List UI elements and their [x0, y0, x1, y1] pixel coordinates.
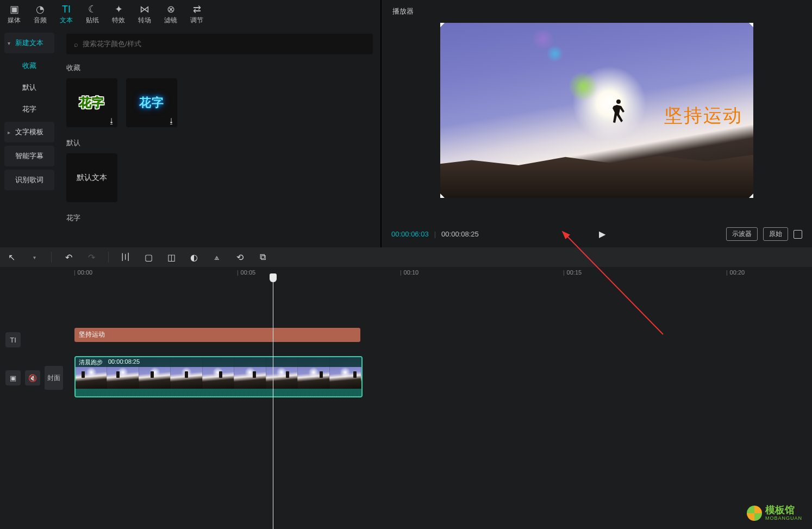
player-canvas[interactable]: 坚持运动 [390, 23, 803, 222]
timeline-toolbar: ↖ ▾ ↶ ↷ 〣 ▢ ◫ ◐ ⟁ ⟲ ⧉ [0, 247, 812, 267]
lens-flare [531, 30, 555, 48]
frame-tool[interactable]: ◫ [165, 252, 177, 263]
cursor-tool[interactable]: ↖ [5, 252, 17, 263]
watermark: 模板馆 MOBANGUAN [747, 505, 802, 521]
top-tabs: ▣媒体 ◔音频 TI文本 ☾贴纸 ✦特效 ⋈转场 ⊗滤镜 ⇄调节 [0, 0, 380, 28]
frame-handle[interactable] [748, 193, 753, 198]
playhead-handle[interactable] [270, 273, 277, 282]
split-tool[interactable]: 〣 [120, 252, 132, 263]
frame-handle[interactable] [440, 23, 445, 28]
section-favorites: 收藏 [66, 63, 373, 73]
tab-media[interactable]: ▣媒体 [8, 4, 21, 25]
playhead[interactable] [273, 279, 273, 529]
preview-runner [609, 96, 628, 131]
sticker-icon: ☾ [88, 4, 97, 14]
filter-icon: ⊗ [167, 4, 175, 14]
rotate-tool[interactable]: ⟲ [234, 252, 246, 263]
video-track: ▣ 🔇 封面 [0, 356, 812, 400]
clip-duration: 00:00:08:25 [108, 358, 140, 366]
clip-waveform [76, 389, 361, 396]
tab-adjust[interactable]: ⇄调节 [190, 4, 203, 25]
time-separator: | [434, 230, 436, 238]
mute-button[interactable]: 🔇 [25, 370, 40, 385]
text-content: ⌕ 搜索花字颜色/样式 收藏 花字⭳ 花字⭳ 默认 默认文本 花字 [59, 28, 380, 247]
undo-button[interactable]: ↶ [63, 252, 74, 263]
watermark-en: MOBANGUAN [765, 516, 802, 521]
chevron-down-icon: ▾ [8, 40, 10, 46]
watermark-cn: 模板馆 [765, 505, 802, 516]
tab-text[interactable]: TI文本 [60, 4, 73, 25]
video-preview[interactable]: 坚持运动 [440, 23, 753, 198]
player-panel: 播放器 坚持运动 00:00:06:03 | 00:00:08:25 [382, 0, 812, 247]
chevron-right-icon: ▸ [8, 129, 10, 135]
current-time: 00:00:06:03 [391, 230, 429, 238]
ruler-tick: 00:15 [563, 269, 582, 276]
sidebar-recognize-lyrics[interactable]: 识别歌词 [4, 170, 54, 190]
sidebar-new-text[interactable]: ▾新建文本 [4, 33, 54, 53]
download-icon[interactable]: ⭳ [108, 117, 115, 125]
sidebar-favorites[interactable]: 收藏 [4, 57, 54, 75]
cursor-dropdown[interactable]: ▾ [28, 254, 40, 260]
sidebar-flower[interactable]: 花字 [4, 100, 54, 119]
search-input[interactable]: ⌕ 搜索花字颜色/样式 [66, 34, 373, 54]
text-sidebar: ▾新建文本 收藏 默认 花字 ▸文字模板 智能字幕 识别歌词 [0, 28, 59, 247]
sidebar-templates[interactable]: ▸文字模板 [4, 122, 54, 142]
text-track: TI 坚持运动 [0, 328, 812, 352]
audio-icon: ◔ [36, 4, 45, 14]
sidebar-smart-subtitles[interactable]: 智能字幕 [4, 146, 54, 166]
text-clip-label: 坚持运动 [79, 331, 105, 338]
player-title: 播放器 [390, 2, 803, 23]
delete-tool[interactable]: ▢ [142, 252, 154, 263]
ruler-tick: 00:10 [400, 269, 419, 276]
timeline-tracks[interactable]: TI 坚持运动 ▣ 🔇 封面 [0, 279, 812, 529]
clip-name: 清晨跑步 [79, 358, 103, 366]
effect-icon: ✦ [115, 4, 123, 14]
video-clip[interactable]: 清晨跑步 00:00:08:25 [74, 356, 363, 397]
transition-icon: ⋈ [140, 4, 149, 14]
tab-filter[interactable]: ⊗滤镜 [164, 4, 177, 25]
section-default: 默认 [66, 138, 373, 148]
text-clip[interactable]: 坚持运动 [74, 328, 360, 342]
ruler-tick: 00:05 [237, 269, 255, 276]
mirror-tool[interactable]: ⟁ [211, 252, 223, 262]
fullscreen-icon[interactable] [794, 230, 802, 239]
watermark-icon [747, 506, 762, 521]
player-controls: 00:00:06:03 | 00:00:08:25 ▶ 示波器 原始 [390, 222, 803, 242]
preview-ground [440, 145, 753, 198]
text-panel: ▣媒体 ◔音频 TI文本 ☾贴纸 ✦特效 ⋈转场 ⊗滤镜 ⇄调节 ▾新建文本 收… [0, 0, 382, 247]
text-icon: TI [62, 4, 71, 14]
search-placeholder: 搜索花字颜色/样式 [83, 39, 141, 49]
lens-flare [547, 46, 563, 62]
tab-transition[interactable]: ⋈转场 [138, 4, 151, 25]
cover-button[interactable]: 封面 [45, 366, 63, 390]
thumb-default-text[interactable]: 默认文本 [66, 153, 117, 202]
frame-handle[interactable] [748, 23, 753, 28]
sidebar-default[interactable]: 默认 [4, 78, 54, 97]
timeline-ruler[interactable]: 00:00 00:05 00:10 00:15 00:20 [0, 267, 812, 279]
frame-handle[interactable] [440, 193, 445, 198]
tab-effect[interactable]: ✦特效 [112, 4, 125, 25]
scope-button[interactable]: 示波器 [726, 227, 758, 241]
download-icon[interactable]: ⭳ [168, 117, 175, 125]
ruler-tick: 00:20 [726, 269, 745, 276]
media-icon: ▣ [10, 4, 19, 14]
crop-tool[interactable]: ⧉ [257, 252, 268, 262]
original-button[interactable]: 原始 [763, 227, 788, 241]
timeline: ↖ ▾ ↶ ↷ 〣 ▢ ◫ ◐ ⟁ ⟲ ⧉ 00:00 00:05 00:10 … [0, 247, 812, 529]
speed-tool[interactable]: ◐ [188, 252, 200, 263]
ruler-tick: 00:00 [74, 269, 92, 276]
tab-sticker[interactable]: ☾贴纸 [86, 4, 99, 25]
redo-button[interactable]: ↷ [85, 252, 97, 263]
thumb-flower-blue[interactable]: 花字⭳ [126, 78, 177, 127]
section-flower: 花字 [66, 213, 373, 223]
lens-flare [569, 72, 598, 101]
tab-audio[interactable]: ◔音频 [34, 4, 47, 25]
text-track-icon[interactable]: TI [5, 332, 21, 347]
thumb-flower-green[interactable]: 花字⭳ [66, 78, 117, 127]
video-track-toggle[interactable]: ▣ [5, 370, 21, 385]
search-icon: ⌕ [74, 40, 78, 48]
total-time: 00:00:08:25 [441, 230, 479, 238]
preview-text-overlay[interactable]: 坚持运动 [664, 103, 742, 128]
play-button[interactable]: ▶ [599, 229, 605, 239]
adjust-icon: ⇄ [193, 4, 201, 14]
